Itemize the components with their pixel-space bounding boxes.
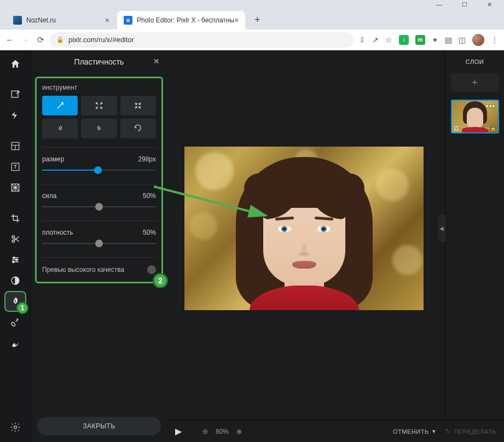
ext-green-icon[interactable]: ♪ [399,35,409,45]
panel-icon[interactable]: ◫ [459,36,466,44]
layer-options-icon[interactable]: ••• [486,102,496,111]
strength-label: сила [42,192,56,200]
element-tool-icon[interactable] [5,178,25,197]
cutout-tool-icon[interactable] [5,230,25,248]
arrange-tool-icon[interactable] [5,85,25,104]
new-tab-button[interactable]: + [250,12,265,27]
zoom-out-icon[interactable]: ⊖ [202,428,208,435]
size-value: 298px [138,155,156,163]
lock-icon: 🔒 [56,36,64,43]
reload-icon[interactable]: ⟳ [37,35,44,45]
text-tool-icon[interactable] [5,158,25,176]
profile-avatar[interactable] [472,34,484,46]
ext-m-icon[interactable]: m [415,35,425,45]
liquify-tool-icon[interactable]: 1 [5,292,25,311]
undo-button[interactable]: ОТМЕНИТЬ▾ [393,428,436,435]
undo-label: ОТМЕНИТЬ [393,428,429,435]
tab-label: NozNet.ru [26,16,56,24]
tab-close-icon[interactable]: × [105,16,109,25]
annotation-marker-1: 1 [16,302,28,314]
draw-tool-icon[interactable] [5,334,25,352]
density-slider[interactable] [42,239,156,248]
url-field[interactable]: 🔒 pixlr.com/ru/x/#editor [50,32,354,48]
redo-icon: ↻ [445,428,451,435]
play-icon[interactable]: ▶ [175,426,182,437]
tab-noznet[interactable]: NozNet.ru × [7,11,116,30]
reading-icon[interactable]: ▤ [445,36,452,44]
crop-tool-icon[interactable] [5,209,25,228]
favicon-pixlr-icon: ✕ [124,16,132,25]
left-toolbar: 1 [0,50,31,442]
enlarge-tool-button[interactable] [81,96,117,115]
right-panel-collapse[interactable]: ◀ [438,214,445,242]
bottom-bar: ▶ ⊖ 80% ⊕ ОТМЕНИТЬ▾ ↻ПЕРЕДЕЛАТЬ [167,420,504,442]
forward-icon[interactable]: → [21,35,30,45]
strength-slider[interactable] [42,202,156,212]
svg-point-11 [14,426,17,429]
size-label: размер [42,155,64,163]
strength-value: 50% [143,192,156,200]
svg-rect-10 [11,322,15,327]
panel-close-icon[interactable]: ✕ [153,57,160,66]
tab-pixlr[interactable]: ✕ Photo Editor: Pixlr X - бесплатны × [117,11,245,30]
hq-preview-toggle[interactable] [147,265,156,274]
svg-point-7 [16,259,18,261]
layers-title: СЛОИ [466,50,484,73]
svg-point-6 [13,257,15,259]
panel-header: Пластичность ✕ [31,50,167,73]
density-label: плотность [42,229,73,236]
restore-button[interactable] [120,119,156,138]
favicon-noznet-icon [13,16,22,25]
menu-icon[interactable]: ⋮ [491,36,499,44]
retouch-tool-icon[interactable] [5,313,25,332]
swirl-left-button[interactable] [42,119,78,138]
panel-highlighted-box: инструмент размер298px сила50% плотность… [35,77,163,283]
address-bar: ← → ⟳ 🔒 pixlr.com/ru/x/#editor ⇩ ↗ ☆ ♪ m… [0,30,504,50]
canvas-area[interactable]: 547 x 374 px @ 80% [167,50,445,442]
tab-close-icon[interactable]: × [234,16,239,25]
layer-thumbnail[interactable]: ••• 🖼 ✂🔒 [451,100,499,133]
url-text: pixlr.com/ru/x/#editor [68,36,134,44]
swirl-right-button[interactable] [81,119,117,138]
redo-button[interactable]: ↻ПЕРЕДЕЛАТЬ [445,428,496,435]
app-root: 1 Пластичность ✕ инструмент размер298px [0,50,504,442]
window-close-icon[interactable]: ✕ [487,1,492,8]
canvas-image[interactable] [184,147,424,310]
section-tool-label: инструмент [42,84,156,91]
ai-tool-icon[interactable] [5,106,25,125]
add-layer-button[interactable]: + [451,73,499,92]
push-tool-button[interactable] [42,96,78,115]
install-icon[interactable]: ⇩ [359,36,366,44]
chevron-down-icon: ▾ [432,428,436,435]
layer-image-icon: 🖼 [454,125,459,131]
svg-rect-0 [11,91,18,97]
zoom-in-icon[interactable]: ⊕ [236,428,242,435]
back-icon[interactable]: ← [5,35,14,45]
svg-point-8 [13,261,14,263]
filter-tool-icon[interactable] [5,271,25,290]
star-icon[interactable]: ☆ [385,36,392,44]
window-max-icon[interactable]: ☐ [462,1,467,8]
size-slider[interactable] [42,165,156,175]
panel-title: Пластичность [74,57,124,66]
layers-panel: СЛОИ + ••• 🖼 ✂🔒 [445,50,504,442]
layout-tool-icon[interactable] [5,137,25,155]
settings-icon[interactable] [5,418,25,437]
layer-lock-icon[interactable]: ✂🔒 [485,125,496,131]
tab-label: Photo Editor: Pixlr X - бесплатны [137,16,234,24]
redo-label: ПЕРЕДЕЛАТЬ [454,428,496,435]
zoom-level[interactable]: 80% [216,428,229,435]
density-value: 50% [143,229,156,236]
shrink-tool-button[interactable] [120,96,156,115]
home-icon[interactable] [5,55,25,73]
extensions-icon[interactable]: ✦ [432,36,438,44]
close-button[interactable]: ЗАКРЫТЬ [37,417,161,435]
liquify-panel: Пластичность ✕ инструмент размер298px си… [31,50,167,442]
share-icon[interactable]: ↗ [372,36,379,44]
window-min-icon[interactable]: — [436,1,442,8]
hq-preview-label: Превью высокого качества [42,266,124,274]
window-titlebar: — ☐ ✕ [0,0,504,9]
adjust-tool-icon[interactable] [5,251,25,269]
tab-strip: NozNet.ru × ✕ Photo Editor: Pixlr X - бе… [0,9,504,30]
annotation-marker-2: 2 [153,273,168,288]
